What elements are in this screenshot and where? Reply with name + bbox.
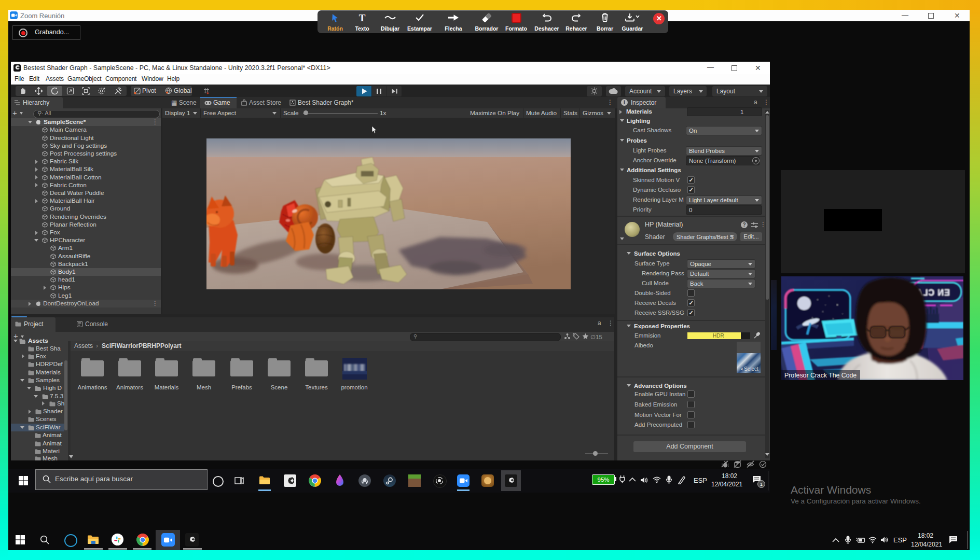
svg-text:Profesor Crack The Code: Profesor Crack The Code xyxy=(784,372,857,379)
